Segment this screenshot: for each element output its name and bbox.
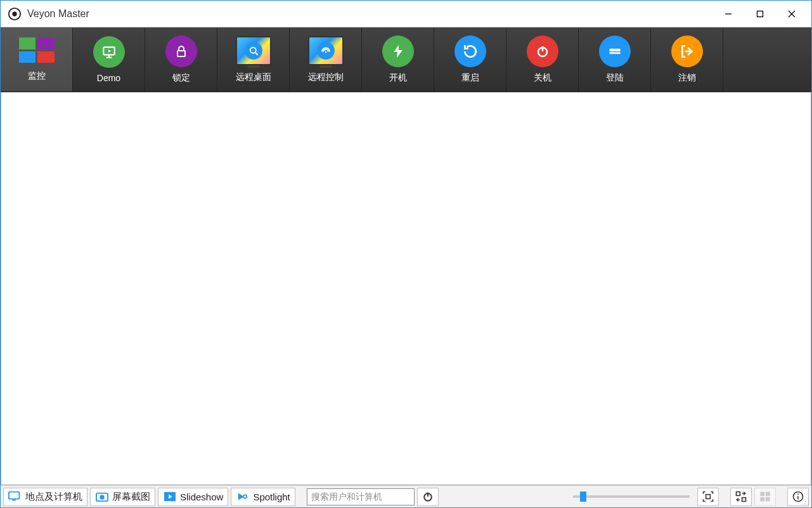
toolbar-shutdown-label: 关机 — [534, 72, 551, 84]
svg-rect-20 — [9, 492, 20, 499]
reboot-icon — [454, 36, 486, 67]
panel-locations-label: 地点及计算机 — [25, 491, 82, 503]
lock-icon — [165, 36, 197, 67]
panel-screenshots-label: 屏幕截图 — [112, 491, 150, 503]
grid-view-button[interactable] — [754, 488, 776, 506]
svg-rect-18 — [609, 52, 620, 54]
svg-rect-31 — [742, 498, 746, 502]
camera-icon — [95, 491, 109, 502]
bolt-icon — [382, 36, 414, 67]
toolbar-reboot-button[interactable]: 重启 — [434, 28, 506, 91]
svg-point-13 — [325, 51, 326, 53]
titlebar: Veyon Master — [1, 1, 811, 27]
toolbar-reboot-label: 重启 — [461, 72, 479, 84]
toolbar-poweron-button[interactable]: 开机 — [362, 28, 434, 91]
svg-rect-33 — [766, 492, 770, 497]
toolbar-login-label: 登陆 — [606, 72, 624, 84]
toolbar-remote-control-label: 远程控制 — [308, 72, 344, 83]
svg-point-41 — [808, 501, 809, 502]
power-filter-button[interactable] — [417, 488, 439, 506]
svg-point-23 — [100, 495, 104, 499]
monitor-small-icon — [8, 491, 22, 502]
window-minimize-button[interactable] — [712, 3, 744, 25]
window-title: Veyon Master — [27, 8, 89, 20]
zoom-slider[interactable] — [568, 495, 695, 498]
svg-point-43 — [805, 504, 806, 505]
svg-point-11 — [250, 48, 255, 53]
window-close-button[interactable] — [776, 3, 808, 25]
app-icon — [7, 6, 22, 22]
toolbar-remote-control-button[interactable]: 远程控制 — [290, 28, 362, 91]
toolbar-remote-desktop-button[interactable]: 远程桌面 — [217, 28, 290, 91]
resize-grip-icon — [801, 497, 809, 505]
svg-point-44 — [808, 504, 809, 505]
toolbar-demo-label: Demo — [97, 73, 120, 83]
toolbar-monitor-button[interactable]: 监控 — [1, 28, 73, 91]
toolbar-lock-button[interactable]: 锁定 — [145, 28, 217, 91]
panel-screenshots-button[interactable]: 屏幕截图 — [90, 488, 155, 506]
panel-locations-button[interactable]: 地点及计算机 — [3, 488, 87, 506]
logout-icon — [671, 36, 703, 67]
toolbar-remote-desktop-label: 远程桌面 — [236, 72, 271, 83]
svg-point-39 — [808, 498, 809, 500]
arrange-button[interactable] — [730, 488, 752, 506]
svg-point-40 — [805, 501, 806, 502]
svg-point-26 — [243, 495, 247, 498]
panel-spotlight-button[interactable]: Spotlight — [231, 488, 295, 506]
search-input[interactable] — [307, 488, 415, 505]
svg-point-1 — [12, 11, 16, 16]
login-icon — [599, 36, 631, 67]
play-icon — [163, 491, 177, 502]
app-window: Veyon Master 监控 Demo — [0, 0, 812, 508]
svg-rect-34 — [761, 497, 765, 502]
svg-marker-7 — [108, 49, 110, 53]
remote-control-icon — [308, 36, 344, 65]
toolbar-demo-button[interactable]: Demo — [73, 28, 145, 91]
svg-line-12 — [255, 53, 258, 55]
main-toolbar: 监控 Demo 锁定 远程桌面 远程控制 — [1, 27, 811, 92]
svg-marker-14 — [394, 45, 403, 58]
svg-rect-29 — [706, 495, 711, 499]
presentation-icon — [93, 36, 125, 68]
window-maximize-button[interactable] — [744, 3, 776, 25]
power-icon — [527, 36, 558, 67]
toolbar-login-button[interactable]: 登陆 — [579, 28, 651, 91]
toolbar-logout-button[interactable]: 注销 — [651, 28, 723, 91]
spotlight-icon — [236, 491, 250, 502]
remote-desktop-icon — [236, 36, 271, 65]
content-area — [1, 92, 811, 485]
svg-rect-3 — [757, 11, 763, 16]
svg-rect-21 — [12, 500, 16, 501]
panel-spotlight-label: Spotlight — [253, 492, 290, 502]
svg-rect-32 — [761, 492, 765, 497]
svg-point-42 — [802, 504, 804, 505]
toolbar-lock-label: 锁定 — [172, 72, 190, 84]
svg-point-38 — [797, 493, 799, 495]
toolbar-shutdown-button[interactable]: 关机 — [506, 28, 579, 91]
status-bar: 地点及计算机 屏幕截图 Slideshow Spotlight — [1, 485, 811, 507]
svg-rect-17 — [609, 49, 620, 51]
toolbar-logout-label: 注销 — [678, 72, 696, 84]
toolbar-monitor-label: 监控 — [28, 70, 46, 82]
toolbar-poweron-label: 开机 — [389, 72, 407, 84]
svg-rect-30 — [737, 492, 740, 496]
panel-slideshow-label: Slideshow — [180, 492, 223, 502]
svg-rect-10 — [177, 51, 185, 56]
svg-rect-35 — [766, 497, 770, 502]
auto-fit-button[interactable] — [697, 488, 719, 506]
panel-slideshow-button[interactable]: Slideshow — [158, 488, 228, 506]
monitor-icon — [19, 37, 55, 63]
